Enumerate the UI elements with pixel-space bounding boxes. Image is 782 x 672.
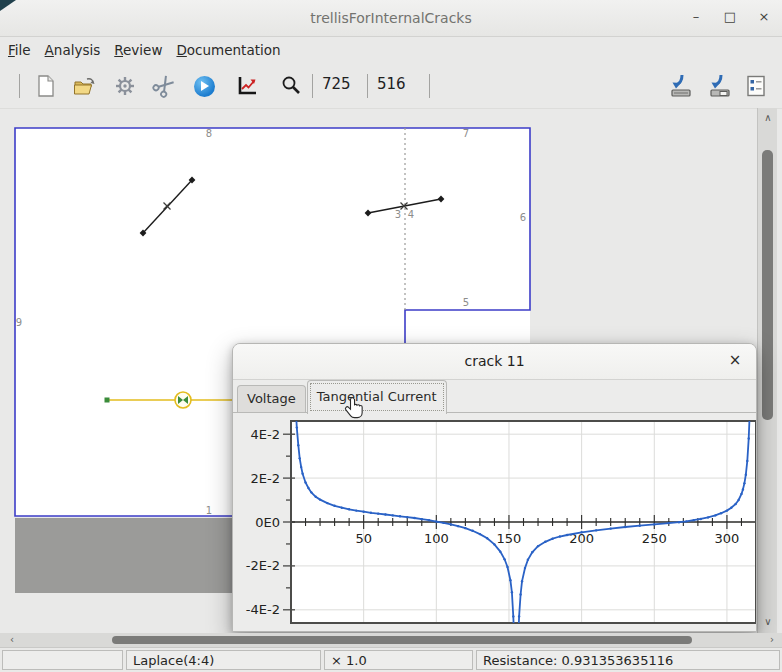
- series-marker: [653, 523, 655, 525]
- dialog-panel: 50100150200250300-4E-2-2E-20E02E-24E-2: [233, 412, 756, 631]
- series-marker: [734, 503, 736, 505]
- play-icon: [194, 76, 215, 97]
- settings-button[interactable]: [112, 73, 138, 99]
- series-marker: [471, 530, 473, 532]
- series-marker: [559, 535, 561, 537]
- series-marker: [595, 529, 597, 531]
- scroll-right-icon[interactable]: ›: [764, 633, 780, 647]
- tab-voltage[interactable]: Voltage: [237, 385, 306, 413]
- series-marker: [319, 498, 321, 500]
- save-to-disk-icon: [668, 73, 694, 99]
- scroll-up-icon[interactable]: ∧: [758, 112, 778, 123]
- series-marker: [714, 514, 716, 516]
- zoom-button[interactable]: [278, 73, 304, 99]
- series-marker: [435, 520, 437, 522]
- series-marker: [527, 559, 529, 561]
- series-marker: [743, 482, 745, 484]
- save-results-icon: [707, 73, 733, 99]
- tab-tangential-current[interactable]: Tangential Current: [307, 380, 447, 414]
- y-tick-label: -2E-2: [246, 558, 280, 573]
- series-marker: [742, 488, 744, 490]
- series-marker: [304, 481, 306, 483]
- series-marker: [740, 493, 742, 495]
- hand-cursor-icon: [344, 396, 366, 422]
- series-marker: [624, 526, 626, 528]
- series-marker: [506, 566, 508, 568]
- dialog-close-button[interactable]: ×: [720, 344, 750, 379]
- series-marker: [737, 499, 739, 501]
- toolbar-separator: [367, 74, 368, 98]
- series-marker: [503, 558, 505, 560]
- toolbar: 725 516: [0, 63, 782, 109]
- menu-file[interactable]: File: [1, 39, 38, 61]
- run-button[interactable]: [191, 73, 217, 99]
- series-marker: [519, 593, 521, 595]
- scroll-left-icon[interactable]: ‹: [2, 633, 22, 647]
- maximize-button[interactable]: □: [716, 0, 744, 36]
- series-marker: [326, 502, 328, 504]
- close-button[interactable]: ×: [750, 0, 778, 36]
- series-marker: [524, 567, 526, 569]
- edge-label: 5: [463, 297, 469, 308]
- series-marker: [315, 496, 317, 498]
- series-marker: [341, 507, 343, 509]
- series-marker: [700, 518, 702, 520]
- selected-crack-endpoint: [105, 398, 110, 403]
- vertical-scrollbar[interactable]: ∧ ∨: [757, 108, 777, 633]
- menu-documentation[interactable]: Documentation: [169, 39, 287, 61]
- series-marker: [521, 580, 523, 582]
- series-marker: [720, 512, 722, 514]
- series-marker: [685, 520, 687, 522]
- horizontal-scrollbar[interactable]: ‹ ›: [0, 633, 782, 647]
- gear-icon: [113, 74, 137, 98]
- series-marker: [296, 426, 298, 428]
- open-folder-icon: [73, 74, 97, 98]
- save-results-button[interactable]: [707, 73, 733, 99]
- plot-button[interactable]: [234, 73, 260, 99]
- x-tick-label: 300: [715, 531, 740, 546]
- series-marker: [609, 527, 611, 529]
- edge-label: 3: [395, 209, 401, 220]
- series-marker: [428, 519, 430, 521]
- series-marker: [301, 472, 303, 474]
- series-marker: [745, 474, 747, 476]
- checklist-icon: [744, 74, 768, 98]
- crack-dialog: crack 11 × Voltage Tangential Current 50…: [232, 343, 757, 632]
- y-tick-label: 0E0: [255, 515, 280, 530]
- y-tick-label: 2E-2: [251, 471, 280, 486]
- minimize-button[interactable]: –: [682, 0, 710, 36]
- window-title: trellisForInternalCracks: [0, 0, 782, 36]
- vertical-scrollbar-thumb[interactable]: [762, 150, 773, 420]
- series-marker: [299, 457, 301, 459]
- series-marker: [300, 466, 302, 468]
- series-marker: [707, 516, 709, 518]
- save-mesh-button[interactable]: [668, 73, 694, 99]
- menu-analysis[interactable]: Analysis: [38, 39, 108, 61]
- cut-button[interactable]: [151, 73, 177, 99]
- edge-label: 8: [206, 128, 212, 139]
- series-marker: [746, 460, 748, 462]
- series-marker: [310, 491, 312, 493]
- series-marker: [413, 517, 415, 519]
- series-marker: [307, 487, 309, 489]
- scroll-down-icon[interactable]: ∨: [758, 616, 778, 627]
- report-button[interactable]: [743, 73, 769, 99]
- menu-review[interactable]: Review: [107, 39, 169, 61]
- series-marker: [464, 527, 466, 529]
- x-tick-label: 50: [355, 531, 372, 546]
- statusbar: Laplace(4:4) × 1.0 Resistance: 0.9313536…: [0, 647, 782, 672]
- series-marker: [639, 525, 641, 527]
- series-marker: [355, 509, 357, 511]
- open-file-button[interactable]: [72, 73, 98, 99]
- series-marker: [551, 537, 553, 539]
- horizontal-scrollbar-thumb[interactable]: [112, 636, 692, 644]
- series-marker: [544, 541, 546, 543]
- series-marker: [531, 551, 533, 553]
- series-marker: [384, 513, 386, 515]
- new-document-button[interactable]: [33, 73, 59, 99]
- new-document-icon: [35, 74, 57, 98]
- dialog-title: crack 11: [233, 344, 756, 379]
- series-marker: [362, 510, 364, 512]
- series-marker: [748, 437, 750, 439]
- series-marker: [442, 522, 444, 524]
